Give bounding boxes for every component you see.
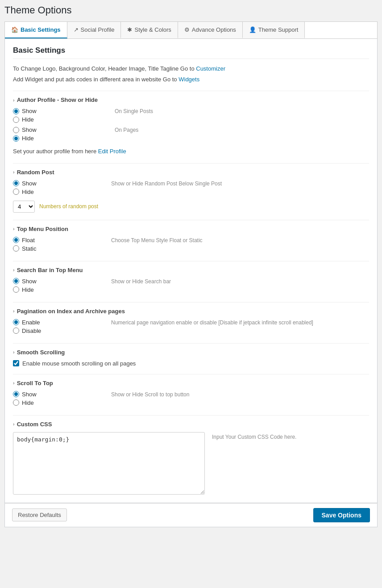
search-hide-row: Hide xyxy=(13,286,111,293)
edit-profile-link[interactable]: Edit Profile xyxy=(98,148,126,155)
widgets-link[interactable]: Widgets xyxy=(179,76,199,83)
chevron-icon-8: › xyxy=(13,421,15,427)
author-pages-hide-label[interactable]: Hide xyxy=(13,135,66,142)
scroll-hide-radio[interactable] xyxy=(13,399,19,406)
random-hide-label[interactable]: Hide xyxy=(13,189,66,195)
chevron-icon: › xyxy=(13,97,15,103)
pagination-disable-row: Disable xyxy=(13,328,111,334)
chevron-icon-3: › xyxy=(13,226,15,231)
random-post-count-label: Numbers of random post xyxy=(39,203,98,210)
scroll-show-row: Show xyxy=(13,391,111,398)
author-pages-hide-radio[interactable] xyxy=(13,135,19,142)
top-menu-static-radio[interactable] xyxy=(13,245,19,252)
top-menu-section: › Top Menu Position Float Static xyxy=(13,220,369,254)
random-show-label[interactable]: Show xyxy=(13,180,66,187)
author-single-show-label[interactable]: Show xyxy=(13,108,66,114)
random-post-count-select[interactable]: 1 2 3 4 5 6 7 8 9 10 xyxy=(13,201,35,213)
chevron-icon-4: › xyxy=(13,267,15,273)
top-menu-static-label[interactable]: Static xyxy=(13,245,66,252)
top-menu-header: › Top Menu Position xyxy=(13,226,369,232)
on-pages-label: On Pages xyxy=(115,127,138,133)
scroll-hide-label[interactable]: Hide xyxy=(13,399,66,406)
chevron-icon-6: › xyxy=(13,349,15,355)
custom-css-area: body{margin:0;} Input Your Custom CSS Co… xyxy=(13,432,369,495)
pagination-desc: Numerical page navigation enable or disa… xyxy=(111,319,313,326)
random-hide-row: Hide xyxy=(13,189,111,195)
page-title: Theme Options xyxy=(4,4,378,16)
author-single-hide-row: Hide xyxy=(13,116,111,123)
random-show-row: Show xyxy=(13,180,111,187)
tab-advance-options[interactable]: ⚙ Advance Options xyxy=(178,22,243,38)
scroll-to-top-desc: Show or Hide Scroll to top button xyxy=(111,391,189,398)
info-line-2: Add Widget and put ads codes in differen… xyxy=(13,75,369,84)
footer-bar: Restore Defaults Save Options xyxy=(4,503,378,527)
tab-theme-support[interactable]: 👤 Theme Support xyxy=(243,22,305,38)
search-hide-radio[interactable] xyxy=(13,286,19,293)
gear-icon: ⚙ xyxy=(184,26,190,33)
top-menu-desc: Choose Top Menu Style Float or Static xyxy=(111,236,203,244)
top-menu-static-row: Static xyxy=(13,245,111,252)
custom-css-section: › Custom CSS body{margin:0;} Input Your … xyxy=(13,415,369,495)
search-bar-desc: Show or Hide Search bar xyxy=(111,277,171,285)
author-profile-section: › Author Profile - Show or Hide Show H xyxy=(13,91,369,156)
chevron-icon-5: › xyxy=(13,308,15,314)
smooth-scrolling-checkbox-row: Enable mouse smooth scrolling on all pag… xyxy=(13,360,369,367)
author-profile-header: › Author Profile - Show or Hide xyxy=(13,97,369,103)
pagination-disable-label[interactable]: Disable xyxy=(13,328,66,334)
author-pages-show-radio[interactable] xyxy=(13,127,19,133)
random-post-count-row: 1 2 3 4 5 6 7 8 9 10 Numbers of random p… xyxy=(13,201,369,213)
search-show-row: Show xyxy=(13,278,111,285)
top-menu-float-label[interactable]: Float xyxy=(13,237,66,244)
pagination-section: › Pagination on Index and Archive pages … xyxy=(13,302,369,336)
search-bar-section: › Search Bar in Top Menu Show Hide xyxy=(13,261,369,295)
search-bar-header: › Search Bar in Top Menu xyxy=(13,267,369,273)
author-single-hide-label[interactable]: Hide xyxy=(13,116,66,123)
smooth-scrolling-checkbox[interactable] xyxy=(13,360,19,366)
custom-css-hint: Input Your Custom CSS Code here. xyxy=(212,432,296,440)
save-options-button[interactable]: Save Options xyxy=(313,508,370,522)
content-box: Basic Settings To Change Logo, Backgroun… xyxy=(4,39,378,503)
pagination-enable-label[interactable]: Enable xyxy=(13,319,66,326)
random-post-section: › Random Post Show Hide xyxy=(13,163,369,213)
random-show-radio[interactable] xyxy=(13,180,19,186)
tab-basic-settings[interactable]: 🏠 Basic Settings xyxy=(5,22,67,38)
palette-icon: ✱ xyxy=(127,26,132,33)
smooth-scrolling-label: Enable mouse smooth scrolling on all pag… xyxy=(22,360,136,367)
tab-style-colors[interactable]: ✱ Style & Colors xyxy=(121,22,178,38)
chevron-icon-7: › xyxy=(13,380,15,386)
house-icon: 🏠 xyxy=(11,26,18,33)
top-menu-float-row: Float xyxy=(13,237,111,244)
author-single-show-radio[interactable] xyxy=(13,108,19,114)
author-pages-hide-row: Hide xyxy=(13,135,111,142)
scroll-hide-row: Hide xyxy=(13,399,111,406)
smooth-scrolling-header: › Smooth Scrolling xyxy=(13,349,369,356)
pagination-enable-row: Enable xyxy=(13,319,111,326)
chevron-icon-2: › xyxy=(13,169,15,175)
search-show-label[interactable]: Show xyxy=(13,278,66,285)
random-post-header: › Random Post xyxy=(13,169,369,176)
tab-social-profile[interactable]: ↗ Social Profile xyxy=(67,22,121,38)
top-menu-float-radio[interactable] xyxy=(13,237,19,243)
customizer-link[interactable]: Customizer xyxy=(196,65,225,72)
author-pages-show-label[interactable]: Show xyxy=(13,126,66,133)
info-line-1: To Change Logo, Background Color, Header… xyxy=(13,64,369,73)
content-section-title: Basic Settings xyxy=(13,46,369,59)
edit-profile-text: Set your author profile from here Edit P… xyxy=(13,147,369,156)
scroll-show-radio[interactable] xyxy=(13,391,19,397)
search-show-radio[interactable] xyxy=(13,278,19,284)
scroll-to-top-header: › Scroll To Top xyxy=(13,380,369,386)
on-single-posts-label: On Single Posts xyxy=(115,108,153,114)
random-post-desc: Show or Hide Random Post Below Single Po… xyxy=(111,180,222,187)
restore-defaults-button[interactable]: Restore Defaults xyxy=(12,508,67,521)
search-hide-label[interactable]: Hide xyxy=(13,286,66,293)
person-icon: 👤 xyxy=(249,26,256,33)
pagination-enable-radio[interactable] xyxy=(13,319,19,325)
author-single-hide-radio[interactable] xyxy=(13,117,19,123)
nav-tabs: 🏠 Basic Settings ↗ Social Profile ✱ Styl… xyxy=(4,21,378,39)
random-hide-radio[interactable] xyxy=(13,189,19,195)
custom-css-textarea[interactable]: body{margin:0;} xyxy=(13,432,205,495)
pagination-header: › Pagination on Index and Archive pages xyxy=(13,308,369,315)
pagination-disable-radio[interactable] xyxy=(13,328,19,334)
scroll-show-label[interactable]: Show xyxy=(13,391,66,398)
author-single-show-row: Show xyxy=(13,108,111,114)
